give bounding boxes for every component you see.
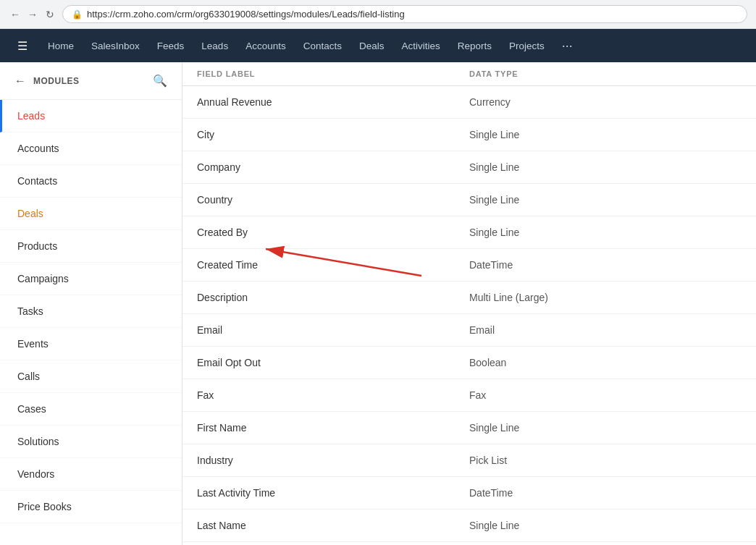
nav-item-accounts[interactable]: Accounts xyxy=(237,29,295,62)
sidebar-item-deals[interactable]: Deals xyxy=(0,198,182,230)
sidebar-item-leads[interactable]: Leads xyxy=(0,100,182,132)
sidebar-item-calls[interactable]: Calls xyxy=(0,360,182,393)
browser-bar: ← → ↻ 🔒 https://crm.zoho.com/crm/org6330… xyxy=(0,0,756,29)
data-type: Single Line xyxy=(469,520,742,531)
data-type: DateTime xyxy=(469,487,742,499)
nav-item-feeds[interactable]: Feeds xyxy=(148,29,193,62)
field-label: Description xyxy=(197,292,469,303)
sidebar-item-campaigns[interactable]: Campaigns xyxy=(0,263,182,295)
table-row: Industry Pick List xyxy=(182,444,756,477)
table-row: Last Name Single Line xyxy=(182,510,756,542)
table-row: Company Single Line xyxy=(182,151,756,184)
table-row: Lead Image Lead Image xyxy=(182,542,756,545)
sidebar-item-cases[interactable]: Cases xyxy=(0,393,182,426)
table-row: Annual Revenue Currency xyxy=(182,86,756,119)
table-row: Created By Single Line xyxy=(182,216,756,249)
data-type: Currency xyxy=(469,96,742,108)
field-label: First Name xyxy=(197,422,469,434)
field-label: Country xyxy=(197,194,469,206)
sidebar-item-price-books[interactable]: Price Books xyxy=(0,491,182,523)
sidebar-item-solutions[interactable]: Solutions xyxy=(0,426,182,458)
data-type: Boolean xyxy=(469,357,742,368)
address-bar[interactable]: 🔒 https://crm.zoho.com/crm/org633019008/… xyxy=(62,5,747,23)
lock-icon: 🔒 xyxy=(72,9,83,20)
nav-item-more[interactable]: ··· xyxy=(553,29,581,62)
field-label: Email Opt Out xyxy=(197,357,469,368)
browser-controls: ← → ↻ xyxy=(9,8,56,21)
data-type: Fax xyxy=(469,389,742,401)
field-label: Annual Revenue xyxy=(197,96,469,108)
sidebar: ← MODULES 🔍 Leads Accounts Contacts Deal… xyxy=(0,62,182,545)
hamburger-button[interactable]: ☰ xyxy=(12,33,33,59)
sidebar-search-button[interactable]: 🔍 xyxy=(153,74,167,88)
sidebar-header-left: ← MODULES xyxy=(14,75,80,88)
field-label: Email xyxy=(197,324,469,336)
sidebar-back-button[interactable]: ← xyxy=(14,75,26,88)
data-type: Multi Line (Large) xyxy=(469,292,742,303)
field-label: Fax xyxy=(197,389,469,401)
content-area: FIELD LABEL DATA TYPE Annual Revenue Cur… xyxy=(182,62,756,545)
top-nav: ☰ Home SalesInbox Feeds Leads Accounts C… xyxy=(0,29,756,62)
sidebar-item-vendors[interactable]: Vendors xyxy=(0,458,182,491)
col-header-field-label: FIELD LABEL xyxy=(197,69,469,78)
field-label: Industry xyxy=(197,455,469,466)
sidebar-item-contacts[interactable]: Contacts xyxy=(0,165,182,198)
table-row: First Name Single Line xyxy=(182,412,756,444)
sidebar-item-events[interactable]: Events xyxy=(0,328,182,360)
nav-item-deals[interactable]: Deals xyxy=(350,29,393,62)
field-label: City xyxy=(197,129,469,140)
table-row: Description Multi Line (Large) xyxy=(182,282,756,314)
field-label-created-time: Created Time xyxy=(197,259,469,271)
sidebar-title: MODULES xyxy=(33,76,80,86)
sidebar-header: ← MODULES 🔍 xyxy=(0,62,182,100)
nav-item-home[interactable]: Home xyxy=(39,29,83,62)
nav-item-projects[interactable]: Projects xyxy=(500,29,553,62)
data-type: Single Line xyxy=(469,161,742,173)
table-row: Fax Fax xyxy=(182,379,756,412)
data-type: Single Line xyxy=(469,194,742,206)
url-text: https://crm.zoho.com/crm/org633019008/se… xyxy=(87,9,405,20)
field-label: Last Activity Time xyxy=(197,487,469,499)
data-type-created-time: DateTime xyxy=(469,259,742,271)
table-row: Last Activity Time DateTime xyxy=(182,477,756,510)
main-layout: ← MODULES 🔍 Leads Accounts Contacts Deal… xyxy=(0,62,756,545)
sidebar-item-tasks[interactable]: Tasks xyxy=(0,295,182,328)
nav-item-reports[interactable]: Reports xyxy=(449,29,500,62)
field-label: Created By xyxy=(197,227,469,238)
table-row: Country Single Line xyxy=(182,184,756,216)
nav-item-leads[interactable]: Leads xyxy=(193,29,237,62)
data-type: Single Line xyxy=(469,422,742,434)
forward-button[interactable]: → xyxy=(26,8,39,21)
table-row-created-time: Created Time DateTime xyxy=(182,249,756,282)
data-type: Single Line xyxy=(469,227,742,238)
sidebar-item-products[interactable]: Products xyxy=(0,230,182,263)
table-row: Email Opt Out Boolean xyxy=(182,347,756,379)
data-type: Email xyxy=(469,324,742,336)
sidebar-item-accounts[interactable]: Accounts xyxy=(0,132,182,165)
nav-item-salesinbox[interactable]: SalesInbox xyxy=(83,29,148,62)
table-header: FIELD LABEL DATA TYPE xyxy=(182,62,756,86)
field-label: Company xyxy=(197,161,469,173)
data-type: Single Line xyxy=(469,129,742,140)
col-header-data-type: DATA TYPE xyxy=(469,69,742,78)
table-row: Email Email xyxy=(182,314,756,347)
back-button[interactable]: ← xyxy=(9,8,22,21)
nav-item-contacts[interactable]: Contacts xyxy=(295,29,350,62)
refresh-button[interactable]: ↻ xyxy=(43,8,56,21)
field-label: Last Name xyxy=(197,520,469,531)
data-type: Pick List xyxy=(469,455,742,466)
nav-item-activities[interactable]: Activities xyxy=(392,29,448,62)
table-row: City Single Line xyxy=(182,119,756,151)
